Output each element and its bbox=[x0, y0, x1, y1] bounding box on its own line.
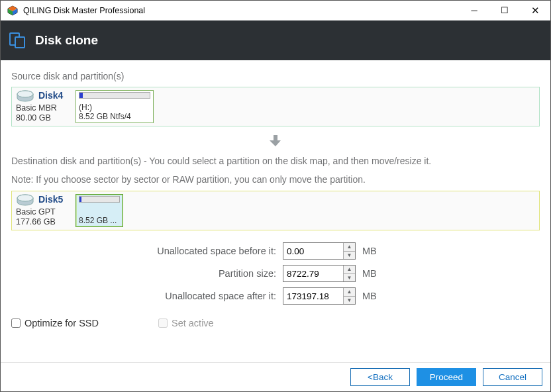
cancel-button[interactable]: Cancel bbox=[483, 368, 542, 386]
source-heading: Source disk and partition(s) bbox=[11, 71, 540, 81]
usage-bar bbox=[79, 196, 120, 203]
field-space-before: Unallocated space before it: ▲▼ MB bbox=[11, 242, 540, 260]
field-space-after: Unallocated space after it: ▲▼ MB bbox=[11, 287, 540, 305]
options-row: Optimize for SSD Set active bbox=[11, 318, 540, 328]
set-active-checkbox: Set active bbox=[158, 318, 214, 328]
partition-size-value[interactable] bbox=[283, 266, 343, 281]
destination-heading: Destination disk and partition(s) - You … bbox=[11, 154, 540, 168]
optimize-ssd-label: Optimize for SSD bbox=[25, 318, 99, 328]
source-partition-map[interactable]: (H:) 8.52 GB Ntfs/4 bbox=[75, 90, 154, 123]
partition-label-2: 8.52 GB Ntfs/4 bbox=[79, 112, 150, 121]
optimize-ssd-checkbox[interactable]: Optimize for SSD bbox=[11, 318, 99, 328]
page-title: Disk clone bbox=[35, 33, 98, 48]
disk-icon bbox=[16, 194, 34, 207]
step-down-icon[interactable]: ▼ bbox=[344, 251, 355, 260]
page-header: Disk clone bbox=[1, 21, 550, 60]
field-partition-size: Partition size: ▲▼ MB bbox=[11, 265, 540, 282]
set-active-input bbox=[158, 318, 168, 328]
usage-bar bbox=[79, 92, 150, 99]
svg-point-9 bbox=[17, 195, 33, 201]
set-active-label: Set active bbox=[172, 318, 214, 328]
space-before-input[interactable]: ▲▼ bbox=[283, 242, 356, 260]
disk-icon bbox=[16, 90, 34, 103]
source-disk-type: Basic MBR bbox=[16, 103, 75, 113]
step-down-icon[interactable]: ▼ bbox=[344, 273, 355, 282]
disk-clone-icon bbox=[9, 32, 26, 49]
app-window: QILING Disk Master Professional ─ ☐ ✕ Di… bbox=[0, 0, 551, 392]
destination-disk-name: Disk5 bbox=[38, 194, 63, 205]
destination-disk-header: Disk5 Basic GPT 177.66 GB bbox=[15, 194, 75, 227]
destination-partition[interactable]: 8.52 GB ... bbox=[75, 194, 123, 227]
back-button[interactable]: <Back bbox=[350, 368, 410, 386]
minimize-button[interactable]: ─ bbox=[459, 1, 489, 21]
app-icon bbox=[7, 5, 18, 16]
step-up-icon[interactable]: ▲ bbox=[344, 266, 355, 273]
proceed-button[interactable]: Proceed bbox=[417, 368, 476, 386]
destination-note: Note: If you choose sector by sector or … bbox=[11, 172, 540, 187]
body: Source disk and partition(s) Disk4 Basic… bbox=[1, 60, 550, 362]
maximize-button[interactable]: ☐ bbox=[489, 1, 520, 21]
source-disk-header: Disk4 Basic MBR 80.00 GB bbox=[15, 90, 75, 123]
titlebar: QILING Disk Master Professional ─ ☐ ✕ bbox=[1, 1, 550, 21]
svg-rect-5 bbox=[15, 37, 25, 48]
space-after-input[interactable]: ▲▼ bbox=[283, 287, 356, 305]
source-disk-size: 80.00 GB bbox=[16, 113, 75, 123]
partition-label-1: (H:) bbox=[79, 103, 150, 112]
footer: <Back Proceed Cancel bbox=[1, 362, 550, 391]
unit-label: MB bbox=[362, 268, 377, 279]
destination-disk-type: Basic GPT bbox=[16, 207, 75, 217]
resize-fields: Unallocated space before it: ▲▼ MB Parti… bbox=[11, 242, 540, 310]
destination-disk-size: 177.66 GB bbox=[16, 217, 75, 227]
arrow-down-icon bbox=[11, 133, 540, 150]
close-button[interactable]: ✕ bbox=[520, 1, 550, 21]
field-label: Unallocated space after it: bbox=[11, 291, 283, 301]
space-before-value[interactable] bbox=[283, 243, 343, 259]
optimize-ssd-input[interactable] bbox=[11, 318, 21, 328]
destination-partition-map[interactable]: 8.52 GB ... bbox=[75, 194, 123, 227]
source-disk-box: Disk4 Basic MBR 80.00 GB (H:) 8.52 GB Nt… bbox=[11, 87, 540, 126]
destination-disk-box: Disk5 Basic GPT 177.66 GB 8.52 GB ... bbox=[11, 191, 540, 230]
source-disk-name: Disk4 bbox=[38, 90, 63, 101]
field-label: Unallocated space before it: bbox=[11, 246, 283, 256]
unit-label: MB bbox=[362, 291, 377, 301]
space-after-value[interactable] bbox=[283, 288, 343, 304]
partition-size-input[interactable]: ▲▼ bbox=[283, 265, 356, 282]
window-title: QILING Disk Master Professional bbox=[23, 6, 459, 15]
step-down-icon[interactable]: ▼ bbox=[344, 296, 355, 305]
unit-label: MB bbox=[362, 246, 377, 256]
destination-partition-label: 8.52 GB ... bbox=[79, 216, 120, 225]
field-label: Partition size: bbox=[11, 268, 283, 279]
svg-point-7 bbox=[17, 91, 33, 97]
step-up-icon[interactable]: ▲ bbox=[344, 288, 355, 296]
step-up-icon[interactable]: ▲ bbox=[344, 243, 355, 251]
source-partition[interactable]: (H:) 8.52 GB Ntfs/4 bbox=[75, 90, 154, 123]
